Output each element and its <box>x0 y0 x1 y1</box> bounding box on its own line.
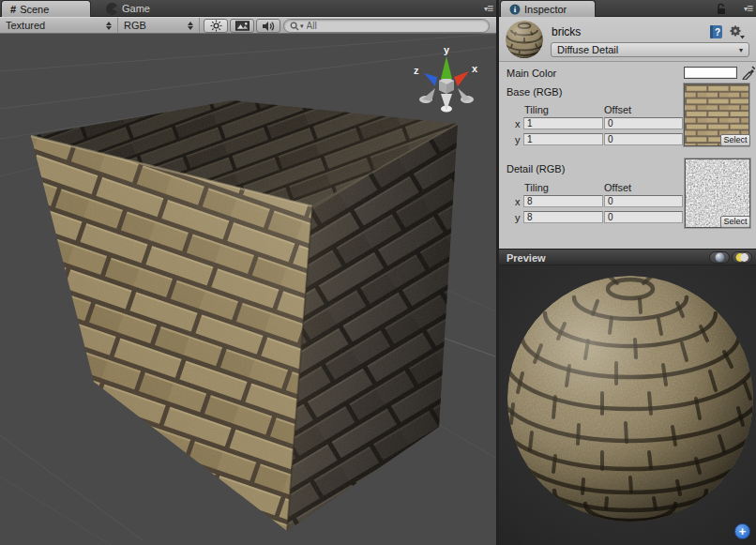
tab-game-label: Game <box>122 3 150 14</box>
tab-inspector-label: Inspector <box>524 4 567 15</box>
base-row-y-label: y <box>515 134 521 145</box>
lock-icon[interactable] <box>716 3 726 15</box>
draw-mode-label: Textured <box>6 20 45 31</box>
gizmo-axis-neg-x[interactable] <box>422 88 435 101</box>
base-texture-select-button[interactable]: Select <box>720 134 750 146</box>
inspector-panel: i Inspector ▾≡ <box>497 0 756 545</box>
eyedropper-icon[interactable] <box>742 65 755 80</box>
scene-tabstrip: # Scene Game ▾≡ <box>0 0 496 17</box>
preview-header: Preview <box>499 249 756 265</box>
color-mode-dropdown[interactable]: RGB <box>118 18 200 33</box>
popup-arrows-icon <box>180 22 193 30</box>
search-input[interactable] <box>307 21 483 31</box>
preview-mesh-button[interactable] <box>709 251 730 264</box>
gizmo-label-x: x <box>472 63 478 74</box>
gizmo-axis-neg-z[interactable] <box>458 88 471 101</box>
detail-offset-y-input[interactable] <box>604 211 683 223</box>
image-icon <box>235 21 249 31</box>
gizmo-axis-x[interactable] <box>454 71 469 86</box>
material-ball-thumbnail <box>505 20 544 59</box>
tab-game[interactable]: Game <box>98 0 159 17</box>
brick-cube[interactable] <box>31 100 458 531</box>
detail-row-x-label: x <box>515 196 521 207</box>
gizmo-label-z: z <box>414 65 419 76</box>
preview-area[interactable]: + <box>499 265 756 545</box>
detail-offset-header: Offset <box>604 182 631 193</box>
dropdown-arrow-icon: ▾ <box>739 46 743 54</box>
main-color-label: Main Color <box>507 68 556 79</box>
material-preview-sphere <box>499 265 756 545</box>
detail-section-label: Detail (RGB) <box>507 163 565 174</box>
scene-search-field[interactable]: ▾ <box>283 19 490 33</box>
game-icon <box>106 3 118 15</box>
gizmo-axis-y[interactable] <box>441 56 452 79</box>
sphere-icon <box>715 252 725 263</box>
inspector-tabstrip: i Inspector ▾≡ <box>499 0 756 17</box>
base-offset-x-input[interactable] <box>604 117 683 129</box>
inspector-panel-menu-icon[interactable]: ▾≡ <box>732 2 752 15</box>
scene-toolbar: Textured RGB <box>0 17 496 34</box>
main-color-swatch[interactable] <box>684 67 737 79</box>
material-header: bricks Shader Diffuse Detail ▾ ? <box>499 17 756 62</box>
base-offset-y-input[interactable] <box>604 133 683 145</box>
skybox-toggle-button[interactable] <box>230 19 254 33</box>
material-name: bricks <box>552 25 581 38</box>
color-mode-label: RGB <box>124 20 146 31</box>
shader-value: Diffuse Detail <box>557 44 618 55</box>
tab-scene[interactable]: # Scene <box>1 0 91 17</box>
detail-tiling-header: Tiling <box>524 182 549 193</box>
info-icon: i <box>509 4 521 15</box>
scene-panel: # Scene Game ▾≡ Textured RGB <box>0 0 496 545</box>
tab-scene-label: Scene <box>20 4 49 15</box>
gizmo-axis-z[interactable] <box>424 73 437 86</box>
preview-title: Preview <box>507 252 546 264</box>
lighting-toggle-button[interactable] <box>204 19 228 33</box>
preview-lighting-button[interactable] <box>732 251 752 264</box>
detail-offset-x-input[interactable] <box>604 195 683 207</box>
shader-dropdown[interactable]: Diffuse Detail ▾ <box>551 42 749 57</box>
lighting-toggle-icon <box>735 252 748 263</box>
orientation-gizmo[interactable]: y x z <box>409 41 484 116</box>
base-tiling-y-input[interactable] <box>523 133 603 145</box>
unity-editor-window: # Scene Game ▾≡ Textured RGB <box>0 0 756 545</box>
base-offset-header: Offset <box>604 104 631 115</box>
draw-mode-dropdown[interactable]: Textured <box>0 18 118 33</box>
base-row-x-label: x <box>515 118 521 129</box>
svg-text:?: ? <box>715 27 720 38</box>
gear-icon[interactable] <box>729 24 745 39</box>
scene-viewport[interactable]: y x z <box>0 34 496 545</box>
popup-arrows-icon <box>98 22 112 30</box>
base-section-label: Base (RGB) <box>507 86 562 98</box>
gizmo-label-y: y <box>444 44 450 55</box>
material-properties: Main Color Base (RGB) <box>499 62 756 249</box>
detail-texture-select-button[interactable]: Select <box>720 216 750 228</box>
search-scope-caret-icon[interactable]: ▾ <box>300 23 304 30</box>
speaker-icon <box>262 21 275 32</box>
audio-toggle-button[interactable] <box>256 19 280 33</box>
preview-zoom-in-button[interactable]: + <box>734 523 750 539</box>
detail-tiling-x-input[interactable] <box>523 195 603 207</box>
scene-grid-icon: # <box>10 4 16 15</box>
help-icon[interactable]: ? <box>709 24 723 39</box>
base-tiling-x-input[interactable] <box>523 117 603 129</box>
detail-row-y-label: y <box>515 212 521 223</box>
scene-panel-menu-icon[interactable]: ▾≡ <box>472 2 492 15</box>
detail-tiling-y-input[interactable] <box>523 211 603 223</box>
base-tiling-header: Tiling <box>524 104 549 115</box>
sun-icon <box>210 20 222 32</box>
search-icon <box>290 22 299 31</box>
tab-inspector[interactable]: i Inspector <box>500 0 596 17</box>
